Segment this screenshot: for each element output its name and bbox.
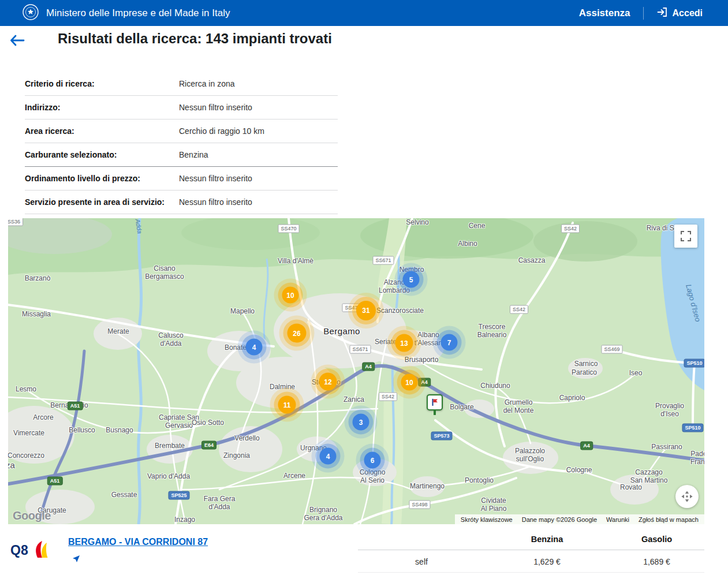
accedi-button[interactable]: Accedi <box>656 6 703 20</box>
report-error-link[interactable]: Zgłoś błąd w mapach <box>639 516 699 523</box>
fullscreen-icon <box>681 231 691 241</box>
gasolio-price: 1,689 € <box>609 557 704 566</box>
map-cluster[interactable]: 13 <box>395 334 413 352</box>
map[interactable]: SelvinoCeneAlbinoCasazzaRiva di SoNembro… <box>8 218 704 524</box>
mode-column-header <box>358 535 485 544</box>
map-cluster[interactable]: 4 <box>246 339 263 356</box>
map-clusters: 10312613121011547346 <box>8 218 704 524</box>
navigation-icon[interactable] <box>72 554 81 566</box>
criteria-row: Criterio di ricerca:Ricerca in zona <box>25 72 338 96</box>
criteria-value: Ricerca in zona <box>179 79 235 88</box>
price-table-header: Benzina Gasolio <box>358 535 704 550</box>
brand: Ministero delle Imprese e del Made in It… <box>22 3 230 23</box>
criteria-value: Benzina <box>179 150 208 159</box>
map-cluster[interactable]: 3 <box>353 414 369 431</box>
title-row: Risultati della ricerca: 143 impianti tr… <box>0 26 728 59</box>
back-arrow-icon <box>9 34 25 47</box>
map-data-copyright: Dane mapy ©2026 Google <box>522 516 597 523</box>
gasolio-column-header: Gasolio <box>609 535 704 544</box>
station-link[interactable]: BERGAMO - VIA CORRIDONI 87 <box>68 537 208 547</box>
criteria-row: Area ricerca:Cerchio di raggio 10 km <box>25 120 338 143</box>
benzina-price: 1,629 € <box>485 557 609 566</box>
criteria-row: Servizio presente in area di servizio:Ne… <box>25 191 338 214</box>
criteria-label: Servizio presente in area di servizio: <box>25 197 179 207</box>
map-cluster[interactable]: 10 <box>401 374 418 391</box>
criteria-label: Ordinamento livello di prezzo: <box>25 174 179 183</box>
fuel-sign-icon <box>427 394 443 410</box>
criteria-value: Nessun filtro inserito <box>179 103 252 112</box>
map-cluster[interactable]: 12 <box>319 373 337 391</box>
map-cluster[interactable]: 31 <box>356 301 376 320</box>
map-cluster[interactable]: 5 <box>403 271 420 288</box>
map-cluster[interactable]: 6 <box>364 452 381 469</box>
map-cluster[interactable]: 26 <box>288 324 307 343</box>
marker-stem <box>434 410 436 415</box>
price-table: Benzina Gasolio self 1,629 € 1,689 € <box>358 535 704 573</box>
criteria-value: Nessun filtro inserito <box>179 174 252 183</box>
criteria-label: Criterio di ricerca: <box>25 79 179 88</box>
accedi-label: Accedi <box>673 8 703 18</box>
page-title: Risultati della ricerca: 143 impianti tr… <box>58 31 332 47</box>
criteria-row: Indirizzo:Nessun filtro inserito <box>25 96 338 120</box>
map-cluster[interactable]: 10 <box>282 287 299 304</box>
criteria-value: Cerchio di raggio 10 km <box>179 126 264 136</box>
header-actions: Assistenza Accedi <box>579 6 703 20</box>
header-divider <box>643 7 644 20</box>
keyboard-shortcuts-link[interactable]: Skróty klawiszowe <box>461 516 513 523</box>
map-cluster[interactable]: 7 <box>441 334 458 351</box>
pan-control[interactable] <box>675 485 699 508</box>
header: Ministero delle Imprese e del Made in It… <box>0 0 728 26</box>
benzina-column-header: Benzina <box>485 535 609 544</box>
price-row: self 1,629 € 1,689 € <box>358 550 704 573</box>
result-item: Q8 BERGAMO - VIA CORRIDONI 87 Benzina Ga… <box>0 524 728 575</box>
login-icon <box>656 6 668 20</box>
terms-link[interactable]: Warunki <box>606 516 629 523</box>
q8-logo: Q8 <box>10 540 48 560</box>
ministry-emblem-icon <box>22 3 39 23</box>
back-button[interactable] <box>9 34 25 49</box>
criteria-row: Carburante selezionato:Benzina <box>25 143 338 167</box>
map-cluster[interactable]: 4 <box>320 448 337 465</box>
pan-arrows-icon <box>681 490 693 503</box>
map-attribution: Skróty klawiszowe Dane mapy ©2026 Google… <box>455 514 704 524</box>
station-marker[interactable] <box>427 394 443 415</box>
criteria-table: Criterio di ricerca:Ricerca in zonaIndir… <box>25 72 338 214</box>
criteria-value: Nessun filtro inserito <box>179 197 252 207</box>
criteria-row: Ordinamento livello di prezzo:Nessun fil… <box>25 167 338 191</box>
q8-sails-icon <box>28 540 48 560</box>
fullscreen-button[interactable] <box>674 225 697 248</box>
google-logo: Google <box>13 509 51 522</box>
criteria-label: Indirizzo: <box>25 103 179 112</box>
brand-title: Ministero delle Imprese e del Made in It… <box>46 8 230 19</box>
assistenza-link[interactable]: Assistenza <box>579 8 630 19</box>
criteria-label: Carburante selezionato: <box>25 150 179 159</box>
q8-brand-text: Q8 <box>10 543 28 558</box>
criteria-label: Area ricerca: <box>25 126 179 136</box>
service-mode: self <box>358 557 485 566</box>
map-cluster[interactable]: 11 <box>278 396 296 414</box>
